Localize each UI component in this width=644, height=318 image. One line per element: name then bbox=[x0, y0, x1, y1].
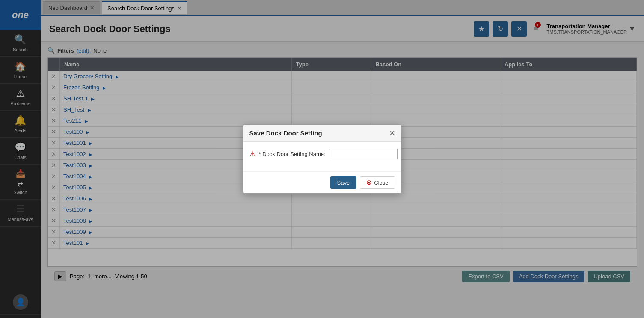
modal-field: ⚠ * Dock Door Setting Name: bbox=[249, 149, 395, 159]
close-circle-icon: ⊗ bbox=[366, 179, 372, 186]
modal-close-button[interactable]: ⊗ Close bbox=[360, 176, 395, 189]
modal-header: Save Dock Door Setting ✕ bbox=[243, 125, 401, 142]
modal-title: Save Dock Door Setting bbox=[249, 130, 322, 137]
modal-body: ⚠ * Dock Door Setting Name: bbox=[243, 142, 401, 171]
modal-overlay[interactable]: Save Dock Door Setting ✕ ⚠ * Dock Door S… bbox=[0, 0, 644, 318]
modal-close-label: Close bbox=[374, 180, 388, 186]
modal-close-x-button[interactable]: ✕ bbox=[389, 129, 395, 137]
save-modal: Save Dock Door Setting ✕ ⚠ * Dock Door S… bbox=[243, 124, 401, 194]
dock-door-setting-name-input[interactable] bbox=[329, 149, 398, 159]
modal-field-label: * Dock Door Setting Name: bbox=[259, 151, 326, 157]
modal-footer: Save ⊗ Close bbox=[243, 171, 401, 193]
modal-save-button[interactable]: Save bbox=[330, 176, 357, 189]
required-error-icon: ⚠ bbox=[249, 150, 255, 158]
